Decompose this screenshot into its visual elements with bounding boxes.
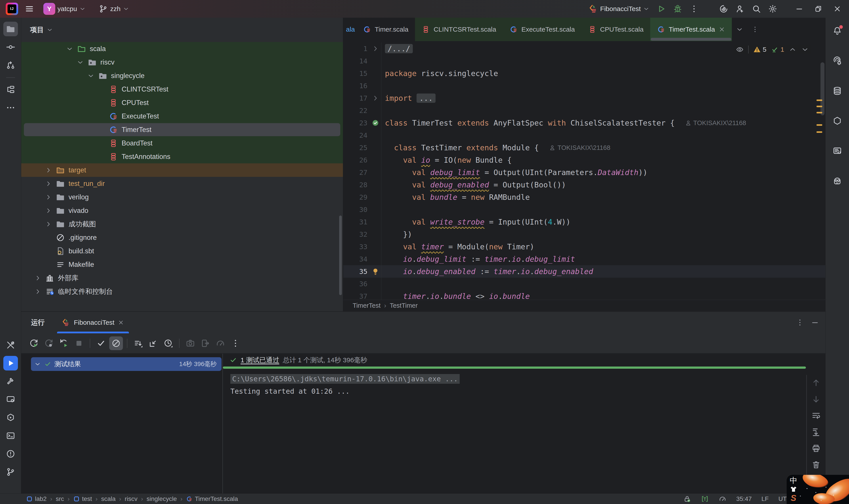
close-button[interactable] — [828, 2, 847, 16]
status-breadcrumb-item[interactable]: test — [73, 496, 92, 502]
code-line[interactable]: 34 io.debug_limit := timer.io.debug_limi… — [343, 253, 825, 265]
project-tree-item[interactable]: 临时文件和控制台 — [21, 285, 343, 298]
status-breadcrumb-item[interactable]: src — [56, 496, 64, 502]
kebab-button[interactable] — [229, 337, 242, 350]
editor-tab[interactable]: ala — [343, 18, 356, 41]
code-line[interactable]: 27 val debug_limit = Output(UInt(Paramet… — [343, 166, 825, 179]
chevron-right-icon[interactable] — [34, 274, 41, 282]
tool-stripe-hammer[interactable] — [3, 374, 18, 389]
passed-summary-link[interactable]: 1 测试已通过 — [240, 356, 279, 365]
tool-stripe-bell[interactable] — [830, 23, 845, 38]
project-tree-item[interactable]: ExecuteTest — [21, 109, 343, 123]
project-tree-item[interactable]: 成功截图 — [21, 217, 343, 231]
console-output[interactable]: C:\Users\26586\.jdks\temurin-17.0.16\bin… — [223, 373, 825, 397]
check-button[interactable] — [94, 337, 108, 350]
ime-toolbar-overlay[interactable]: 中 S — [787, 475, 849, 504]
inspection-widget[interactable]: 5 1 — [734, 44, 811, 54]
pass-gutter-icon[interactable] — [370, 119, 381, 127]
code-line[interactable]: 22 — [343, 104, 825, 117]
editor-tab[interactable]: CLINTCSRTest.scala — [415, 18, 503, 41]
editor-tab[interactable]: ExecuteTest.scala — [503, 18, 581, 41]
project-tree-item[interactable]: BoardTest — [21, 137, 343, 150]
bulb-gutter-icon[interactable] — [370, 268, 381, 275]
tool-stripe-services-card[interactable] — [3, 392, 18, 407]
code-line[interactable]: 30 — [343, 203, 825, 216]
tab-list-dropdown[interactable] — [732, 18, 747, 41]
ime-sogou-logo[interactable]: S — [791, 494, 796, 502]
console-softwrap-button[interactable] — [811, 411, 821, 420]
console-trash-button[interactable] — [811, 460, 821, 469]
editor-scrollbar[interactable] — [820, 62, 825, 115]
ime-skin-icon[interactable] — [790, 485, 797, 493]
chevron-right-icon[interactable] — [45, 207, 52, 214]
clock-button[interactable] — [161, 337, 175, 350]
project-tree-item[interactable]: riscv — [21, 55, 343, 69]
chevron-down-icon[interactable] — [66, 45, 73, 53]
project-tree-item[interactable]: build.sbt — [21, 244, 343, 258]
close-tab-icon[interactable] — [719, 26, 725, 33]
minimize-button[interactable] — [790, 2, 809, 16]
tool-stripe-folder[interactable] — [3, 22, 18, 36]
project-scrollbar[interactable] — [339, 216, 342, 295]
code-line[interactable]: 26 val io = IO(new Bundle { — [343, 154, 825, 166]
project-tree-item[interactable]: test_run_dir — [21, 177, 343, 190]
project-tree-item[interactable]: CPUTest — [21, 96, 343, 109]
tool-stripe-hex-play[interactable] — [3, 410, 18, 425]
tool-stripe-database[interactable] — [830, 84, 845, 98]
code-line[interactable]: 32 }) — [343, 228, 825, 240]
fold-gutter-icon[interactable] — [370, 44, 381, 53]
project-tree-item[interactable]: CLINTCSRTest — [21, 83, 343, 96]
sort-list-button[interactable] — [131, 337, 145, 350]
run-configuration-selector[interactable]: FibonacciTest — [585, 2, 653, 16]
tool-stripe-commit[interactable] — [3, 40, 18, 54]
tab-options-menu[interactable] — [747, 18, 763, 41]
status-breadcrumb-item[interactable]: riscv — [125, 496, 138, 502]
restore-button[interactable] — [809, 2, 828, 16]
console-scroll-end-button[interactable] — [811, 427, 821, 437]
vcs-branch-widget[interactable]: zzh — [95, 2, 133, 16]
code-line[interactable]: 15package riscv.singlecycle — [343, 67, 825, 79]
chevron-right-icon[interactable] — [45, 166, 52, 174]
project-tree-item[interactable]: Makefile — [21, 258, 343, 271]
tool-stripe-ai-chat[interactable] — [830, 54, 845, 68]
chevron-down-icon[interactable] — [76, 58, 84, 66]
chevron-right-icon[interactable] — [45, 220, 52, 228]
breadcrumb-item[interactable]: TimerTest — [353, 302, 380, 309]
project-tree-item[interactable]: verilog — [21, 190, 343, 204]
project-tree-item[interactable]: .gitignore — [21, 231, 343, 244]
status-translate-widget[interactable] — [701, 495, 709, 503]
project-panel-header[interactable]: 项目 — [21, 18, 343, 42]
ime-language-indicator[interactable]: 中 — [790, 476, 797, 485]
project-tree-item[interactable]: target — [21, 163, 343, 177]
editor-tab[interactable]: Timer.scala — [356, 18, 415, 41]
project-tree-item[interactable]: 外部库 — [21, 271, 343, 285]
tool-stripe-pull-request[interactable] — [3, 58, 18, 72]
tool-stripe-terminal[interactable] — [3, 428, 18, 443]
project-widget[interactable]: Y yatcpu — [40, 2, 89, 16]
settings-button[interactable] — [764, 2, 781, 16]
tool-stripe-run-play[interactable] — [3, 356, 18, 371]
chevron-right-icon[interactable] — [45, 194, 52, 201]
panel-options-icon[interactable] — [796, 318, 804, 327]
prev-issue-icon[interactable] — [789, 46, 797, 54]
code-line[interactable]: 28 val debug_enabled = Output(Bool()) — [343, 179, 825, 191]
debug-button[interactable] — [669, 2, 686, 16]
rerun-button[interactable] — [27, 337, 41, 350]
chevron-right-icon[interactable] — [45, 180, 52, 187]
code-line[interactable]: 36 — [343, 278, 825, 290]
tool-stripe-structure[interactable] — [3, 82, 18, 97]
hide-panel-icon[interactable] — [811, 318, 819, 327]
tool-stripe-doc-code[interactable] — [830, 144, 845, 158]
search-button[interactable] — [748, 2, 764, 16]
project-tree-item[interactable]: TestAnnotations — [21, 150, 343, 163]
code-line[interactable]: 16 — [343, 79, 825, 92]
code-line[interactable]: 23class TimerTest extends AnyFlatSpec wi… — [343, 117, 825, 129]
tool-stripe-git-branch[interactable] — [3, 465, 18, 479]
code-line[interactable]: 29 val bundle = new RAMBundle — [343, 191, 825, 203]
tool-stripe-hexagon[interactable] — [830, 114, 845, 128]
typos-counter[interactable]: 1 — [771, 46, 784, 54]
project-tree-item[interactable]: singlecycle — [21, 69, 343, 83]
code-line[interactable]: 17import ... — [343, 92, 825, 104]
status-gauge-widget[interactable] — [719, 495, 726, 503]
add-user-button[interactable] — [732, 2, 748, 16]
